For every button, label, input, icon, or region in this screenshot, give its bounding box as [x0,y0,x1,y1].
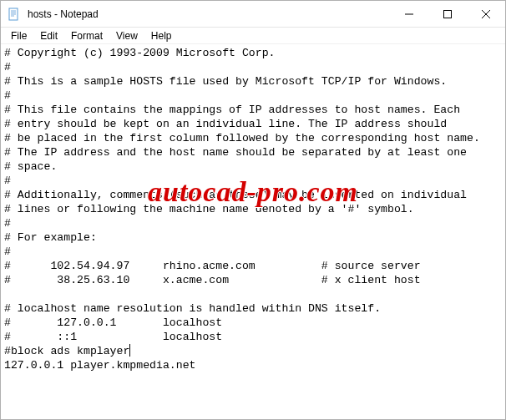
text-line: # localhost name resolution is handled w… [4,302,381,315]
text-line: # 38.25.63.10 x.acme.com # x client host [4,274,421,286]
minimize-button[interactable] [390,1,428,27]
notepad-icon [8,8,21,21]
menu-view[interactable]: View [109,29,144,43]
text-line: # space. [4,160,57,173]
text-line: # This is a sample HOSTS file used by Mi… [4,75,447,88]
menu-format[interactable]: Format [64,29,109,43]
text-line: 127.0.0.1 player.kmpmedia.net [4,359,196,372]
text-line: # [4,89,11,102]
notepad-window: hosts - Notepad File Edit Format View He… [0,0,506,420]
editor-area: # Copyright (c) 1993-2009 Microsoft Corp… [1,44,505,419]
text-line: # This file contains the mappings of IP … [4,104,460,116]
close-button[interactable] [467,1,505,27]
titlebar[interactable]: hosts - Notepad [1,1,505,28]
text-line: # Additionally, comments (such as these)… [4,189,467,201]
text-line: # [4,245,11,258]
text-editor[interactable]: # Copyright (c) 1993-2009 Microsoft Corp… [1,44,505,419]
text-line: # [4,217,11,230]
text-line: # entry should be kept on an individual … [4,118,447,130]
text-line: #block ads kmplayer [4,345,129,357]
text-line: # lines or following the machine name de… [4,203,414,215]
text-line: # be placed in the first column followed… [4,132,480,144]
window-title: hosts - Notepad [28,8,390,20]
text-line: # 102.54.94.97 rhino.acme.com # source s… [4,260,421,272]
menu-file[interactable]: File [4,29,33,43]
text-line: # [4,175,11,187]
text-line: # ::1 localhost [4,331,222,343]
text-line: # The IP address and the host name shoul… [4,146,467,159]
text-line: # Copyright (c) 1993-2009 Microsoft Corp… [4,47,275,59]
text-cursor [129,344,130,357]
menu-help[interactable]: Help [144,29,179,43]
maximize-button[interactable] [428,1,467,27]
text-line: # For example: [4,231,97,244]
menu-edit[interactable]: Edit [33,29,64,43]
text-line: # [4,61,11,73]
svg-rect-6 [444,10,452,18]
menubar: File Edit Format View Help [1,28,505,44]
window-controls [390,1,505,27]
text-line: # 127.0.0.1 localhost [4,316,222,329]
